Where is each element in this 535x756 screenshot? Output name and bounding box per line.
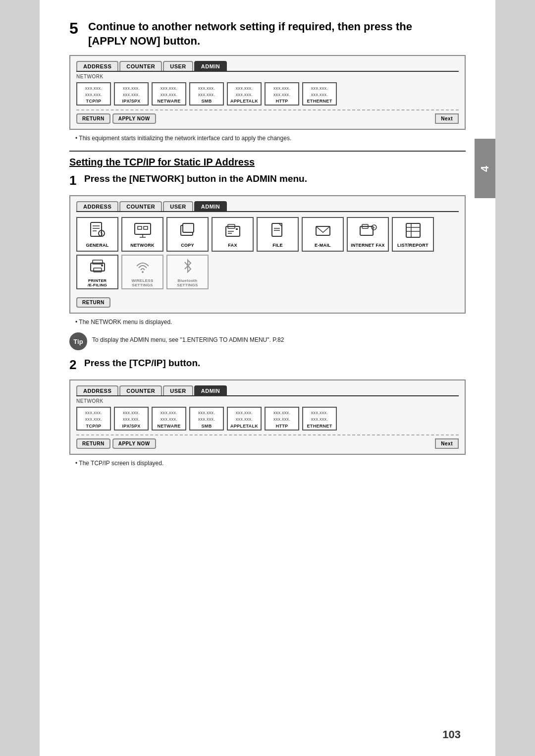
admin-icons-grid: GENERAL NETWORK COPY FAX bbox=[76, 214, 459, 292]
bottom-bar-1: RETURN APPLY NOW Next bbox=[76, 109, 459, 124]
admin-icon-internet-fax[interactable]: INTERNET FAX bbox=[347, 217, 389, 252]
admin-icon-printer[interactable]: PRINTER/E-FILING bbox=[76, 255, 118, 289]
step5-header: 5 Continue to another network setting if… bbox=[69, 20, 466, 48]
net-btn-appletalk-3[interactable]: xxx.xxx.xxx.xxx. APPLETALK bbox=[227, 407, 262, 430]
page: 5 Continue to another network setting if… bbox=[40, 0, 495, 756]
panel3: ADDRESS COUNTER USER ADMIN NETWORK xxx.x… bbox=[69, 379, 466, 454]
step1-title: Press the [NETWORK] button in the ADMIN … bbox=[84, 173, 307, 185]
bottom-bar-3: RETURN APPLY NOW Next bbox=[76, 434, 459, 449]
step2-title: Press the [TCP/IP] button. bbox=[84, 357, 200, 370]
bottom-left-3: RETURN APPLY NOW bbox=[76, 438, 156, 449]
step5-note: This equipment starts initializing the n… bbox=[75, 135, 466, 142]
net-btn-netware-1[interactable]: xxx.xxx.xxx.xxx. NETWARE bbox=[152, 82, 186, 106]
next-button-1[interactable]: Next bbox=[435, 113, 459, 124]
net-btn-http-1[interactable]: xxx.xxx.xxx.xxx. HTTP bbox=[265, 82, 299, 106]
net-btn-ipxspx-1[interactable]: xxx.xxx.xxx.xxx. IPX/SPX bbox=[114, 82, 149, 106]
net-btn-ethernet-3[interactable]: xxx.xxx.xxx.xxx. ETHERNET bbox=[302, 407, 337, 430]
step1-header: 1 Press the [NETWORK] button in the ADMI… bbox=[69, 173, 466, 188]
section-divider bbox=[69, 151, 466, 152]
step2-header: 2 Press the [TCP/IP] button. bbox=[69, 357, 466, 373]
tip-label: Tip bbox=[69, 332, 87, 350]
admin-icon-file[interactable]: FILE bbox=[257, 217, 299, 252]
panel1: ADDRESS COUNTER USER ADMIN NETWORK xxx.x… bbox=[69, 55, 466, 130]
admin-icon-general[interactable]: GENERAL bbox=[76, 217, 118, 252]
admin-icon-fax[interactable]: FAX bbox=[212, 217, 254, 252]
tab-address-2[interactable]: ADDRESS bbox=[76, 201, 118, 211]
admin-icon-bluetooth[interactable]: BluetoothSETTINGS bbox=[166, 255, 209, 289]
tab-bar-2: ADDRESS COUNTER USER ADMIN bbox=[76, 201, 459, 212]
net-btn-smb-3[interactable]: xxx.xxx.xxx.xxx. SMB bbox=[189, 407, 224, 430]
tab-bar-1: ADDRESS COUNTER USER ADMIN bbox=[76, 61, 459, 72]
svg-rect-12 bbox=[183, 223, 194, 232]
svg-rect-8 bbox=[144, 226, 148, 229]
net-btn-netware-3[interactable]: xxx.xxx.xxx.xxx. NETWARE bbox=[152, 407, 186, 430]
network-buttons-1: xxx.xxx.xxx.xxx. TCP/IP xxx.xxx.xxx.xxx.… bbox=[76, 82, 459, 106]
tab-admin-1[interactable]: ADMIN bbox=[194, 61, 227, 71]
section-title: Setting the TCP/IP for Static IP Address bbox=[69, 157, 466, 168]
panel2: ADDRESS COUNTER USER ADMIN GENERAL NETWO… bbox=[69, 195, 466, 314]
net-btn-smb-1[interactable]: xxx.xxx.xxx.xxx. SMB bbox=[189, 82, 224, 106]
apply-now-button-3[interactable]: APPLY NOW bbox=[112, 438, 156, 449]
admin-icon-wireless[interactable]: WIRELESSSETTINGS bbox=[121, 255, 163, 289]
step2-note: The TCP/IP screen is displayed. bbox=[75, 460, 466, 467]
tab-user-2[interactable]: USER bbox=[163, 201, 193, 211]
net-btn-appletalk-1[interactable]: xxx.xxx.xxx.xxx. APPLETALK bbox=[227, 82, 262, 106]
svg-rect-15 bbox=[236, 228, 238, 230]
return-button-1[interactable]: RETURN bbox=[76, 113, 110, 124]
step1-number: 1 bbox=[69, 173, 80, 188]
net-btn-ethernet-1[interactable]: xxx.xxx.xxx.xxx. ETHERNET bbox=[302, 82, 337, 106]
return-button-2[interactable]: RETURN bbox=[76, 297, 110, 308]
tab-user-1[interactable]: USER bbox=[163, 61, 193, 71]
net-btn-ipxspx-3[interactable]: xxx.xxx.xxx.xxx. IPX/SPX bbox=[114, 407, 149, 430]
tip-box: Tip To display the ADMIN menu, see "1.EN… bbox=[69, 332, 466, 350]
admin-icon-email[interactable]: E-MAIL bbox=[302, 217, 344, 252]
tab-counter-3[interactable]: COUNTER bbox=[119, 385, 162, 395]
step5-number: 5 bbox=[69, 20, 83, 37]
return-button-3[interactable]: RETURN bbox=[76, 438, 110, 449]
net-btn-tcpip-3[interactable]: xxx.xxx.xxx.xxx. TCP/IP bbox=[76, 407, 111, 430]
next-button-3[interactable]: Next bbox=[435, 438, 459, 449]
network-buttons-3: xxx.xxx.xxx.xxx. TCP/IP xxx.xxx.xxx.xxx.… bbox=[76, 407, 459, 430]
tab-counter-1[interactable]: COUNTER bbox=[119, 61, 162, 71]
tab-address-3[interactable]: ADDRESS bbox=[76, 385, 118, 395]
step1-note: The NETWORK menu is displayed. bbox=[75, 319, 466, 325]
network-label-1: NETWORK bbox=[76, 74, 459, 79]
svg-point-34 bbox=[142, 271, 144, 273]
net-btn-http-3[interactable]: xxx.xxx.xxx.xxx. HTTP bbox=[265, 407, 299, 430]
tab-bar-3: ADDRESS COUNTER USER ADMIN bbox=[76, 385, 459, 396]
admin-icon-network[interactable]: NETWORK bbox=[121, 217, 163, 252]
bottom-left-1: RETURN APPLY NOW bbox=[76, 113, 156, 124]
svg-rect-0 bbox=[91, 222, 102, 236]
chapter-tab: 4 bbox=[475, 139, 495, 198]
svg-rect-26 bbox=[406, 223, 420, 237]
svg-rect-6 bbox=[135, 223, 151, 234]
network-label-3: NETWORK bbox=[76, 398, 459, 404]
step2-number: 2 bbox=[69, 357, 80, 373]
tip-text: To display the ADMIN menu, see "1.ENTERI… bbox=[92, 336, 284, 343]
svg-rect-7 bbox=[138, 226, 142, 229]
tab-user-3[interactable]: USER bbox=[163, 385, 193, 395]
admin-icon-list-report[interactable]: LIST/REPORT bbox=[392, 217, 434, 252]
step5-title: Continue to another network setting if r… bbox=[88, 20, 412, 48]
tab-address-1[interactable]: ADDRESS bbox=[76, 61, 118, 71]
admin-icon-copy[interactable]: COPY bbox=[166, 217, 209, 252]
apply-now-button-1[interactable]: APPLY NOW bbox=[112, 113, 156, 124]
page-number: 103 bbox=[442, 728, 461, 741]
tab-admin-3[interactable]: ADMIN bbox=[194, 385, 227, 395]
svg-point-33 bbox=[101, 265, 103, 267]
tab-counter-2[interactable]: COUNTER bbox=[119, 201, 162, 211]
bottom-bar-2: RETURN bbox=[76, 295, 459, 308]
tab-admin-2[interactable]: ADMIN bbox=[194, 201, 227, 211]
net-btn-tcpip-1[interactable]: xxx.xxx.xxx.xxx. TCP/IP bbox=[76, 82, 111, 106]
